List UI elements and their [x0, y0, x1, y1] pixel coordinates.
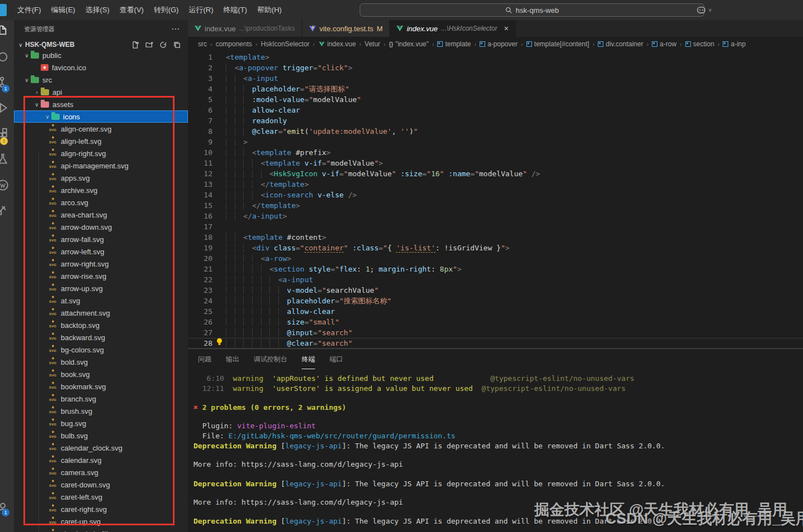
file-item-branch-svg[interactable]: SVGbranch.svg	[14, 393, 188, 405]
breadcrumb-item-0[interactable]: src	[198, 40, 207, 48]
menu-item-7[interactable]: 帮助(H)	[252, 0, 287, 20]
file-item-bg-colors-svg[interactable]: SVGbg-colors.svg	[14, 344, 188, 356]
code-line-13[interactable]: 13 </template>	[188, 179, 803, 190]
menu-item-4[interactable]: 转到(G)	[149, 0, 184, 20]
code-line-20[interactable]: 20 <a-row>	[188, 253, 803, 264]
tab-close-icon[interactable]: ×	[504, 24, 509, 33]
code-line-26[interactable]: 26 size="small"	[188, 317, 803, 327]
code-editor[interactable]: 1<template>2 <a-popover trigger="click">…	[188, 51, 803, 349]
file-item-align-right-svg[interactable]: SVGalign-right.svg	[14, 147, 188, 159]
file-item-arrow-right-svg[interactable]: SVGarrow-right.svg	[14, 258, 188, 270]
breadcrumb-item-6[interactable]: template	[437, 40, 471, 48]
breadcrumb-item-10[interactable]: a-row	[652, 40, 676, 48]
file-item-arrow-fall-svg[interactable]: SVGarrow-fall.svg	[14, 233, 188, 245]
code-line-6[interactable]: 6 allow-clear	[188, 105, 803, 115]
app-icon[interactable]	[0, 178, 9, 192]
breadcrumb-item-3[interactable]: index.vue	[318, 40, 356, 48]
file-item-archive-svg[interactable]: SVGarchive.svg	[14, 184, 188, 196]
file-item-at-svg[interactable]: SVGat.svg	[14, 294, 188, 307]
breadcrumb-item-12[interactable]: a-inp	[723, 40, 746, 48]
file-item-caret-left-svg[interactable]: SVGcaret-left.svg	[14, 491, 188, 503]
file-item-brush-svg[interactable]: SVGbrush.svg	[14, 405, 188, 417]
file-item-caret-right-svg[interactable]: SVGcaret-right.svg	[14, 503, 188, 515]
code-line-9[interactable]: 9 >	[188, 137, 803, 147]
file-item-align-center-svg[interactable]: SVGalign-center.svg	[14, 123, 188, 135]
code-line-15[interactable]: 15 </template>	[188, 200, 803, 211]
menu-item-6[interactable]: 终端(T)	[218, 0, 252, 20]
panel-tab-1[interactable]: 输出	[226, 349, 239, 369]
code-line-17[interactable]: 17	[188, 221, 803, 232]
code-line-2[interactable]: 2 <a-popover trigger="click">	[188, 62, 803, 73]
file-item-backtop-svg[interactable]: SVGbacktop.svg	[14, 319, 188, 331]
more-actions-icon[interactable]: ⋯	[171, 24, 180, 34]
code-line-24[interactable]: 24 placeholder="搜索图标名称"	[188, 296, 803, 306]
code-line-5[interactable]: 5 :model-value="modelValue"	[188, 94, 803, 105]
code-line-14[interactable]: 14 <icon-search v-else />	[188, 190, 803, 200]
breadcrumb-item-8[interactable]: template[#content]	[526, 40, 589, 48]
menu-item-1[interactable]: 编辑(E)	[46, 0, 80, 20]
breadcrumb-item-9[interactable]: div.container	[598, 40, 643, 48]
code-line-18[interactable]: 18 <template #content>	[188, 232, 803, 243]
panel-tab-4[interactable]: 端口	[330, 349, 343, 369]
code-line-8[interactable]: 8 @clear="emit('update:modelValue', '')"	[188, 126, 803, 137]
file-item-bulb-svg[interactable]: SVGbulb.svg	[14, 429, 188, 442]
file-item-calendar_clock-svg[interactable]: SVGcalendar_clock.svg	[14, 442, 188, 454]
code-line-22[interactable]: 22 <a-input	[188, 274, 803, 285]
lightbulb-icon[interactable]	[212, 338, 226, 349]
file-item-backward-svg[interactable]: SVGbackward.svg	[14, 331, 188, 344]
editor-tab-1[interactable]: vite.config.test.tsM	[302, 20, 390, 37]
file-item-book-svg[interactable]: SVGbook.svg	[14, 368, 188, 380]
file-item-bold-svg[interactable]: SVGbold.svg	[14, 356, 188, 368]
file-item-apps-svg[interactable]: SVGapps.svg	[14, 172, 188, 184]
file-item-camera-svg[interactable]: SVGcamera.svg	[14, 466, 188, 478]
testing-icon[interactable]	[0, 153, 9, 166]
refresh-icon[interactable]	[159, 41, 167, 49]
menu-item-0[interactable]: 文件(F)	[12, 0, 46, 20]
breadcrumb-item-5[interactable]: {}"index.vue"	[389, 40, 429, 48]
panel-tab-3[interactable]: 终端	[302, 349, 315, 369]
panel-tab-0[interactable]: 问题	[198, 349, 211, 369]
file-item-caret-down-svg[interactable]: SVGcaret-down.svg	[14, 478, 188, 491]
tree-item-assets[interactable]: ∨assets	[14, 98, 188, 110]
command-center-search[interactable]: hsk-qms-web	[360, 3, 704, 17]
copilot-menu[interactable]: ∨	[696, 3, 712, 17]
menu-item-2[interactable]: 选择(S)	[80, 0, 114, 20]
menu-item-5[interactable]: 运行(R)	[183, 0, 218, 20]
tree-item-public[interactable]: ∨public	[14, 49, 188, 61]
code-line-28[interactable]: 28 @clear="search"	[188, 338, 803, 349]
new-folder-icon[interactable]	[145, 41, 153, 49]
tree-item-favicon.ico[interactable]: ★favicon.ico	[14, 61, 188, 74]
code-line-16[interactable]: 16 </a-input>	[188, 211, 803, 221]
breadcrumb-item-1[interactable]: components	[216, 40, 252, 48]
panel-tab-2[interactable]: 调试控制台	[254, 349, 287, 369]
code-line-12[interactable]: 12 <HskSvgIcon v-if="modelValue" :size="…	[188, 168, 803, 179]
code-line-23[interactable]: 23 v-model="searchValue"	[188, 285, 803, 296]
code-line-19[interactable]: 19 <div class="container" :class="{ 'is-…	[188, 243, 803, 253]
file-item-attachment-svg[interactable]: SVGattachment.svg	[14, 307, 188, 319]
file-item-arrow-down-svg[interactable]: SVGarrow-down.svg	[14, 221, 188, 233]
search-icon[interactable]	[0, 50, 9, 64]
file-item-check-circle-fill-svg[interactable]: SVGcheck-circle-fill.svg	[14, 528, 188, 532]
editor-tab-2[interactable]: index.vue...\HskIconSelector×	[390, 20, 516, 37]
code-line-25[interactable]: 25 allow-clear	[188, 306, 803, 317]
code-line-11[interactable]: 11 <template v-if="modelValue">	[188, 158, 803, 168]
file-item-align-left-svg[interactable]: SVGalign-left.svg	[14, 135, 188, 147]
file-item-arrow-left-svg[interactable]: SVGarrow-left.svg	[14, 245, 188, 258]
code-line-1[interactable]: 1<template>	[188, 52, 803, 62]
file-item-area-chart-svg[interactable]: SVGarea-chart.svg	[14, 209, 188, 221]
breadcrumb-item-2[interactable]: HskIconSelector	[261, 40, 309, 48]
breadcrumb-item-4[interactable]: Vetur	[365, 40, 380, 48]
file-item-arco-svg[interactable]: SVGarco.svg	[14, 196, 188, 209]
code-line-27[interactable]: 27 @input="search"	[188, 327, 803, 338]
tree-item-src[interactable]: ∨src	[14, 74, 188, 86]
code-line-3[interactable]: 3 <a-input	[188, 73, 803, 84]
editor-tab-0[interactable]: index.vue...\productionTasks	[188, 20, 302, 37]
file-item-caret-up-svg[interactable]: SVGcaret-up.svg	[14, 515, 188, 528]
breadcrumb-item-7[interactable]: a-popover	[480, 40, 517, 48]
toolbox-icon[interactable]	[0, 204, 9, 217]
file-item-bug-svg[interactable]: SVGbug.svg	[14, 417, 188, 429]
menu-item-3[interactable]: 查看(V)	[114, 0, 148, 20]
code-line-4[interactable]: 4 placeholder="请选择图标"	[188, 84, 803, 94]
file-item-calendar-svg[interactable]: SVGcalendar.svg	[14, 454, 188, 466]
file-item-arrow-rise-svg[interactable]: SVGarrow-rise.svg	[14, 270, 188, 282]
